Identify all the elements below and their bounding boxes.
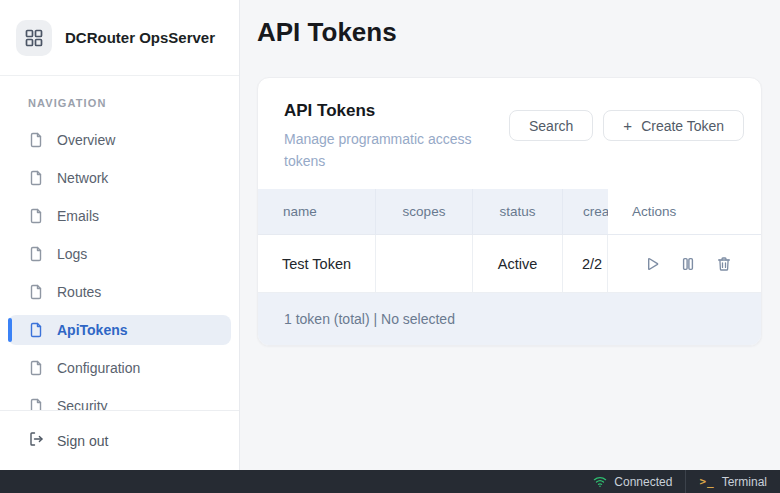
table-summary-bar: 1 token (total) | No selected: [258, 293, 761, 345]
wifi-icon: [593, 475, 607, 488]
table-header-row: name scopes status created Actions: [258, 189, 761, 235]
file-icon: [28, 246, 44, 262]
table-summary-text: 1 token (total) | No selected: [284, 311, 455, 327]
sidebar-header: DCRouter OpsServer: [0, 0, 239, 76]
sidebar-item-label: Routes: [57, 284, 101, 300]
pause-icon: [680, 256, 696, 272]
column-header-actions: Actions: [608, 189, 761, 234]
column-header-scopes: scopes: [376, 189, 473, 234]
brand-title: DCRouter OpsServer: [65, 29, 215, 46]
terminal-label: Terminal: [722, 475, 767, 489]
cell-token-scopes: [376, 235, 473, 292]
sidebar-item-security[interactable]: Security: [8, 391, 231, 410]
file-icon: [28, 284, 44, 300]
cell-token-name: Test Token: [258, 235, 376, 292]
logout-icon: [28, 431, 44, 450]
sign-out-label: Sign out: [57, 433, 108, 449]
create-token-button[interactable]: + Create Token: [603, 110, 744, 141]
sidebar-item-configuration[interactable]: Configuration: [8, 353, 231, 383]
table-row[interactable]: Test Token Active 2/2: [258, 235, 761, 293]
app-logo: [16, 20, 52, 56]
main-content: API Tokens API Tokens Manage programmati…: [240, 0, 780, 470]
sign-out-button[interactable]: Sign out: [0, 431, 239, 450]
sidebar-item-label: Network: [57, 170, 108, 186]
nav-section-label: NAVIGATION: [28, 97, 231, 109]
file-icon: [28, 398, 44, 410]
create-token-label: Create Token: [641, 118, 724, 134]
delete-token-button[interactable]: [716, 256, 732, 272]
file-icon: [28, 208, 44, 224]
column-header-name: name: [258, 189, 376, 234]
file-icon: [28, 170, 44, 186]
sidebar-item-emails[interactable]: Emails: [8, 201, 231, 231]
pause-token-button[interactable]: [680, 256, 696, 272]
sidebar-item-routes[interactable]: Routes: [8, 277, 231, 307]
cell-token-actions: [608, 235, 761, 292]
play-icon: [644, 256, 660, 272]
sidebar-item-label: Configuration: [57, 360, 140, 376]
sidebar-item-logs[interactable]: Logs: [8, 239, 231, 269]
file-icon: [28, 132, 44, 148]
sidebar: DCRouter OpsServer NAVIGATION Overview N…: [0, 0, 240, 470]
status-bar: Connected >_ Terminal: [0, 470, 780, 493]
app-window: DCRouter OpsServer NAVIGATION Overview N…: [0, 0, 780, 470]
cell-token-created: 2/2: [563, 235, 608, 292]
column-header-created: created: [563, 189, 608, 234]
sidebar-item-label: ApiTokens: [57, 322, 128, 338]
search-button-label: Search: [529, 118, 573, 134]
card-title: API Tokens: [284, 101, 509, 121]
sidebar-nav: NAVIGATION Overview Network Emails Logs: [0, 76, 239, 410]
resume-token-button[interactable]: [644, 256, 660, 272]
sidebar-item-label: Logs: [57, 246, 87, 262]
sidebar-item-label: Overview: [57, 132, 115, 148]
terminal-button[interactable]: >_ Terminal: [685, 470, 780, 493]
grid-icon: [24, 28, 44, 48]
card-header: API Tokens Manage programmatic access to…: [258, 78, 761, 189]
sidebar-footer: Sign out: [0, 410, 239, 470]
sidebar-item-label: Emails: [57, 208, 99, 224]
card-subtitle: Manage programmatic access tokens: [284, 128, 509, 172]
sidebar-item-overview[interactable]: Overview: [8, 125, 231, 155]
plus-icon: +: [623, 118, 632, 133]
tokens-table: name scopes status created Actions Test …: [258, 189, 761, 345]
sidebar-item-label: Security: [57, 398, 108, 410]
sidebar-item-network[interactable]: Network: [8, 163, 231, 193]
column-header-status: status: [473, 189, 563, 234]
file-icon: [28, 360, 44, 376]
sidebar-item-apitokens[interactable]: ApiTokens: [8, 315, 231, 345]
page-title: API Tokens: [257, 14, 762, 50]
connection-status-label: Connected: [614, 475, 672, 489]
connection-status: Connected: [580, 470, 685, 493]
file-icon: [28, 322, 44, 338]
search-button[interactable]: Search: [509, 110, 593, 141]
trash-icon: [716, 256, 732, 272]
api-tokens-card: API Tokens Manage programmatic access to…: [257, 77, 762, 346]
cell-token-status: Active: [473, 235, 563, 292]
active-indicator-bar: [8, 318, 12, 342]
terminal-icon: >_: [699, 475, 714, 488]
